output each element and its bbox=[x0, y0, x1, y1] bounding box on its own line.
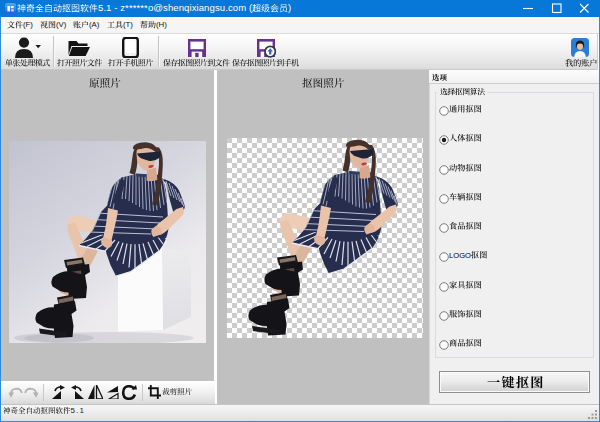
svg-text:(H): (H) bbox=[156, 20, 167, 29]
svg-text:): ) bbox=[288, 2, 291, 13]
svg-text:5.1 - z******o@shenqixiangsu.c: 5.1 - z******o@shenqixiangsu.com ( bbox=[98, 2, 253, 13]
svg-text:(F): (F) bbox=[23, 20, 33, 29]
svg-text:5.1: 5.1 bbox=[71, 406, 85, 415]
svg-text:(T): (T) bbox=[123, 20, 133, 29]
svg-text:(V): (V) bbox=[56, 20, 67, 29]
svg-text:LOGO: LOGO bbox=[449, 251, 471, 260]
svg-text:(A): (A) bbox=[89, 20, 100, 29]
